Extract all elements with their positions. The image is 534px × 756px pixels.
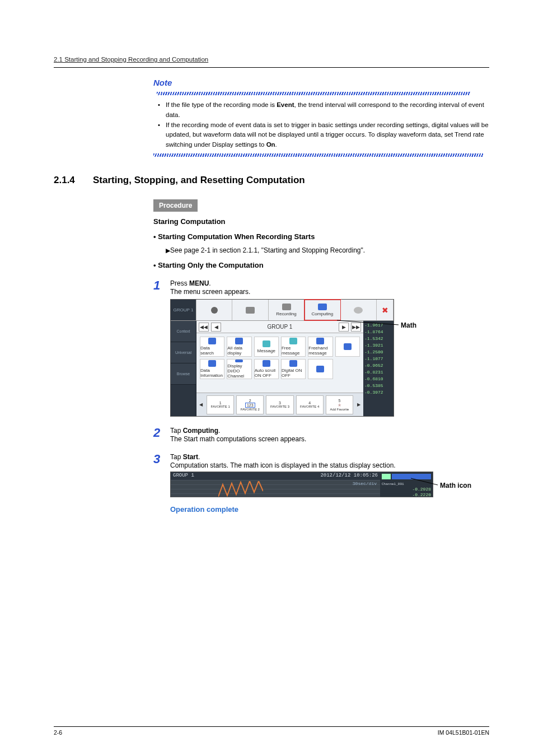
- grid-cell[interactable]: Free message: [281, 337, 306, 357]
- section-reference: 2.1 Starting and Stopping Recording and …: [54, 56, 208, 63]
- svg-line-0: [337, 320, 399, 325]
- step-lead: Press MENU.: [170, 279, 489, 287]
- fav-prev[interactable]: ◀: [196, 402, 205, 407]
- step-number: 2: [153, 427, 170, 443]
- ss-sidebar: Context Universal Browse: [171, 321, 196, 416]
- info-icon: [208, 360, 216, 367]
- autoscroll-icon: [263, 360, 270, 367]
- disp-toggle-icon: [382, 474, 391, 479]
- note-list: If the file type of the recording mode i…: [153, 100, 489, 150]
- record-icon: [282, 304, 291, 310]
- step-sub: Computation starts. The math icon is dis…: [170, 461, 489, 469]
- step-lead: Tap Start.: [170, 453, 489, 461]
- waveform-icon: [218, 481, 263, 497]
- page-footer: 2-6 IM 04L51B01-01EN: [54, 726, 489, 736]
- status-screenshot: GROUP 1 2012/12/12 10:05:26 30sec/div: [170, 472, 433, 497]
- computing-icon: [318, 304, 327, 310]
- section-heading: 2.1.4 Starting, Stopping, and Resetting …: [54, 175, 489, 186]
- subheading: Staring Computation: [153, 217, 489, 226]
- sidebar-context[interactable]: Context: [171, 321, 196, 342]
- trend-scale: 30sec/div: [353, 481, 377, 486]
- procedure-badge: Procedure: [153, 199, 198, 212]
- grid-cell[interactable]: Auto scroll ON OFF: [254, 359, 279, 379]
- step-number: 3: [153, 453, 170, 514]
- section-number: 2.1.4: [54, 175, 93, 186]
- section-title: Starting, Stopping, and Resetting Comput…: [93, 175, 305, 186]
- favorite-4[interactable]: 4FAVORITE 4: [296, 395, 324, 414]
- triangle-icon: ▶: [166, 247, 170, 254]
- step-sub: The Start math computations screen appea…: [170, 435, 489, 443]
- doc-id: IM 04L51B01-01EN: [438, 729, 489, 736]
- favourites-bar: ◀ 1FAVORITE 1 2123FAVORITE 2 3FAVORITE 3…: [196, 393, 363, 416]
- grid-cell[interactable]: Display DI/DO Channel: [227, 359, 251, 379]
- digital-icon: [289, 360, 297, 367]
- value-strip: -1.9617 -1.8764 -1.5342 -1.3921 -1.2500 …: [363, 321, 394, 416]
- step-3: 3 Tap Start. Computation starts. The mat…: [153, 453, 489, 514]
- page-number: 2-6: [54, 729, 62, 736]
- recording-button[interactable]: Recording: [269, 300, 305, 320]
- rule: [54, 67, 489, 68]
- step-sub: The menu screen appears.: [170, 288, 489, 296]
- grid-cell[interactable]: Message: [254, 337, 279, 357]
- see-reference: ▶See page 2-1 in section 2.1.1, "Startin…: [166, 246, 489, 254]
- running-head: 2.1 Starting and Stopping Recording and …: [54, 54, 489, 68]
- favorite-3[interactable]: 3FAVORITE 3: [266, 395, 293, 414]
- sidebar-browse[interactable]: Browse: [171, 363, 196, 385]
- favorite-add[interactable]: 5★Add Favorite: [326, 395, 353, 414]
- channel-label: Channel_001: [382, 482, 404, 486]
- freemsg-icon: [289, 338, 297, 344]
- fav-next[interactable]: ▶: [354, 402, 363, 407]
- bullet-item: Starting Only the Computation: [153, 261, 489, 269]
- sidebar-universal[interactable]: Universal: [171, 342, 196, 363]
- grid-cell[interactable]: Freehand message: [308, 337, 332, 357]
- grid-cell[interactable]: [308, 359, 332, 379]
- menu-grid: Data search All data display Message Fre…: [196, 333, 363, 393]
- favorite-2[interactable]: 2123FAVORITE 2: [236, 395, 264, 414]
- callout-line-icon: [337, 315, 403, 326]
- display-icon: [235, 338, 243, 344]
- grid-cell[interactable]: Data Information: [200, 359, 224, 379]
- step-number: 1: [153, 279, 170, 417]
- note-title: Note: [153, 78, 172, 87]
- note-item: If the file type of the recording mode i…: [166, 100, 489, 120]
- computing-button[interactable]: Computing: [305, 300, 340, 320]
- callout-line-icon: [411, 477, 440, 488]
- dido-icon: [235, 360, 243, 362]
- grid-cell[interactable]: Digital ON OFF: [281, 359, 306, 379]
- nav-first[interactable]: ◀◀: [199, 323, 209, 332]
- status-timestamp: 2012/12/12 10:05:26: [320, 473, 378, 479]
- hatch-rule-top: [157, 92, 470, 95]
- home-icon: [211, 307, 218, 314]
- svg-line-1: [411, 478, 438, 485]
- math-icon-callout: Math icon: [440, 482, 471, 489]
- eject-button[interactable]: [232, 300, 268, 320]
- step-1: 1 Press MENU. The menu screen appears. G…: [153, 279, 489, 417]
- scale-icon: [344, 343, 352, 350]
- close-icon: ✖: [382, 306, 388, 315]
- note-block: Note If the file type of the recording m…: [153, 78, 489, 157]
- grid-cell[interactable]: All data display: [227, 337, 251, 357]
- home-button[interactable]: [196, 300, 232, 320]
- hatch-rule-bottom: [153, 153, 484, 157]
- message-icon: [263, 340, 270, 347]
- ss-top-group[interactable]: GROUP 1: [171, 300, 196, 320]
- status-group: GROUP 1: [173, 473, 194, 479]
- misc-icon: [316, 366, 324, 372]
- freehand-icon: [316, 338, 324, 344]
- brightness-icon: [354, 307, 363, 314]
- operation-complete: Operation complete: [170, 505, 489, 514]
- see-text: See page 2-1 in section 2.1.1, "Starting…: [170, 246, 365, 254]
- grid-cell[interactable]: [335, 337, 360, 357]
- bullet-item: Starting Computation When Recording Star…: [153, 232, 489, 241]
- group-label: GROUP 1: [268, 324, 293, 330]
- grid-cell[interactable]: Data search: [200, 337, 224, 357]
- search-icon: [208, 338, 216, 344]
- math-callout: Math: [401, 321, 416, 329]
- nav-prev[interactable]: ◀: [211, 323, 221, 332]
- eject-icon: [246, 307, 255, 314]
- step-2: 2 Tap Computing. The Start math computat…: [153, 427, 489, 443]
- step-lead: Tap Computing.: [170, 427, 489, 435]
- favorite-1[interactable]: 1FAVORITE 1: [207, 395, 234, 414]
- note-item: If the recording mode of event data is s…: [166, 120, 489, 150]
- value-2: -0.2220: [412, 492, 431, 497]
